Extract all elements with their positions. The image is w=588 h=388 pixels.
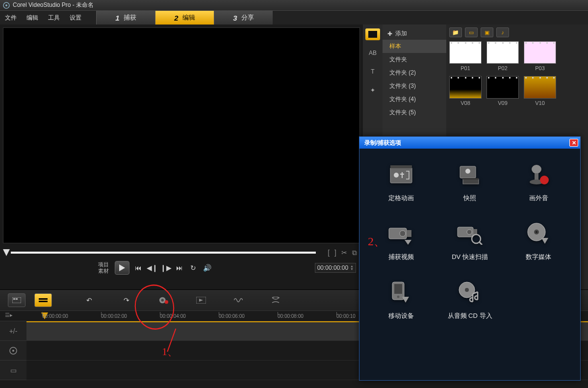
step-back-button[interactable]: ◀❙: [147, 263, 157, 273]
library-add-folder[interactable]: ✚添加: [383, 27, 446, 40]
track-head-overlay[interactable]: ▭: [0, 361, 26, 380]
library-folder-item[interactable]: 文件夹: [383, 53, 446, 66]
go-end-button[interactable]: ⏭: [175, 263, 184, 273]
option-import-audio-cd[interactable]: 从音频 CD 导入: [438, 281, 502, 320]
svg-point-39: [397, 296, 400, 298]
dialog-close-button[interactable]: ✕: [569, 139, 578, 147]
play-button[interactable]: [115, 261, 129, 275]
filter-image-icon[interactable]: ▣: [481, 27, 493, 37]
mark-out-icon[interactable]: ]: [334, 249, 336, 257]
media-thumb[interactable]: V08: [449, 76, 482, 106]
media-thumb[interactable]: P02: [486, 41, 519, 71]
menu-tools[interactable]: 工具: [43, 11, 65, 25]
menu-file[interactable]: 文件: [0, 11, 22, 25]
library-folder-item[interactable]: 文件夹 (3): [383, 79, 446, 93]
timecode[interactable]: 00:00:00:00 ▲▼: [315, 263, 356, 273]
option-dv-quickscan[interactable]: DV 快速扫描: [438, 222, 502, 261]
lib-tab-media[interactable]: [365, 28, 380, 40]
track-head-add[interactable]: +/-: [0, 321, 26, 341]
svg-rect-22: [463, 178, 479, 180]
option-voiceover[interactable]: 画外音: [507, 163, 570, 203]
library-folder-item[interactable]: 文件夹 (5): [383, 106, 446, 119]
svg-rect-7: [16, 298, 18, 300]
repeat-button[interactable]: ↻: [188, 263, 198, 273]
filter-audio-icon[interactable]: ♪: [496, 27, 509, 37]
titlebar: Corel VideoStudio Pro - 未命名: [0, 0, 588, 11]
audio-cd-icon: [455, 281, 485, 305]
option-stop-motion[interactable]: 定格动画: [369, 163, 433, 203]
dv-quickscan-icon: [455, 222, 485, 246]
media-thumb[interactable]: P01: [449, 41, 482, 71]
option-mobile-device[interactable]: 移动设备: [369, 281, 433, 320]
link-icon[interactable]: ⧉: [352, 249, 357, 257]
stop-motion-icon: [386, 163, 416, 187]
media-thumb[interactable]: V09: [486, 76, 519, 106]
undo-button[interactable]: ↶: [84, 295, 94, 305]
svg-rect-9: [39, 301, 48, 302]
app-logo-icon: [3, 2, 10, 9]
menu-settings[interactable]: 设置: [65, 11, 86, 25]
cut-icon[interactable]: ✂: [341, 249, 347, 257]
dialog-titlebar[interactable]: 录制/捕获选项 ✕: [359, 137, 580, 149]
svg-rect-6: [13, 298, 15, 300]
library-folder-item[interactable]: 样本: [383, 40, 446, 53]
storyboard-view-button[interactable]: [8, 293, 26, 307]
ruler-tick: 00:00:04:00: [160, 313, 219, 319]
timecode-spinner[interactable]: ▲▼: [350, 265, 354, 271]
voiceover-icon: [524, 163, 553, 187]
record-capture-button[interactable]: [159, 295, 169, 305]
scrubber-handle[interactable]: [3, 249, 10, 256]
svg-rect-4: [368, 37, 377, 38]
chapter-point-button[interactable]: [271, 295, 281, 305]
svg-point-28: [400, 231, 406, 236]
svg-rect-8: [39, 298, 48, 300]
svg-point-31: [467, 230, 472, 234]
svg-rect-3: [368, 31, 377, 32]
step-share[interactable]: 3分享: [214, 11, 273, 25]
track-head-video[interactable]: [0, 341, 26, 361]
svg-point-26: [540, 176, 549, 184]
svg-point-23: [532, 165, 541, 174]
preview-video[interactable]: [3, 27, 360, 243]
volume-button[interactable]: 🔊: [202, 263, 212, 273]
option-capture-video[interactable]: 捕获视频: [369, 222, 433, 261]
step-capture[interactable]: 1捕获: [96, 11, 155, 25]
audio-mixer-button[interactable]: [233, 295, 243, 305]
plus-icon: ✚: [387, 30, 392, 37]
lib-tab-graphic[interactable]: ✦: [365, 84, 380, 96]
option-digital-media[interactable]: 数字媒体: [507, 222, 570, 261]
library-folder-item[interactable]: 文件夹 (4): [383, 93, 446, 106]
track-manager-icon[interactable]: ☰▸: [5, 312, 13, 318]
svg-rect-17: [390, 165, 412, 168]
batch-convert-button[interactable]: [196, 295, 206, 305]
preview-pane: [ ] ✂ ⧉ 项目 素材 ⏮ ◀❙ ❙▶ ⏭ ↻ 🔊 00:00:00:00: [0, 25, 363, 289]
svg-point-1: [5, 4, 7, 6]
svg-rect-38: [394, 284, 402, 294]
svg-point-15: [12, 350, 14, 352]
ruler-tick: 00:00:08:00: [278, 313, 336, 319]
lib-tab-title[interactable]: T: [365, 66, 380, 78]
media-thumb[interactable]: V10: [524, 76, 556, 106]
redo-button[interactable]: ↷: [122, 295, 131, 305]
svg-point-41: [465, 288, 469, 292]
library-folder-item[interactable]: 文件夹 (2): [383, 66, 446, 79]
timeline-view-button[interactable]: [34, 293, 52, 307]
ruler-tick: 00:00:00:00: [42, 313, 101, 319]
menu-edit[interactable]: 编辑: [22, 11, 43, 25]
library-thumbs: P01 P02 P03 V08 V09 V10: [449, 41, 585, 106]
svg-point-36: [536, 231, 537, 233]
step-fwd-button[interactable]: ❙▶: [161, 263, 171, 273]
filter-video-icon[interactable]: ▭: [465, 27, 478, 37]
mark-in-icon[interactable]: [: [328, 249, 330, 257]
step-edit[interactable]: 2编辑: [155, 11, 214, 25]
filter-folder-icon[interactable]: 📁: [449, 27, 462, 37]
dialog-body: 定格动画 快照 画外音 捕获视频 DV 快速扫描 数字媒体 移动设备 从音频: [359, 149, 580, 335]
scrubber-track[interactable]: [11, 252, 316, 254]
media-thumb[interactable]: P03: [524, 41, 556, 71]
go-start-button[interactable]: ⏮: [133, 263, 143, 273]
svg-point-18: [394, 173, 399, 178]
lib-tab-transition[interactable]: AB: [365, 47, 380, 59]
option-snapshot[interactable]: 快照: [438, 163, 502, 203]
svg-point-20: [465, 169, 470, 174]
record-capture-dialog: 录制/捕获选项 ✕ 定格动画 快照 画外音 捕获视频 DV 快速扫描 数字媒体: [359, 136, 581, 381]
